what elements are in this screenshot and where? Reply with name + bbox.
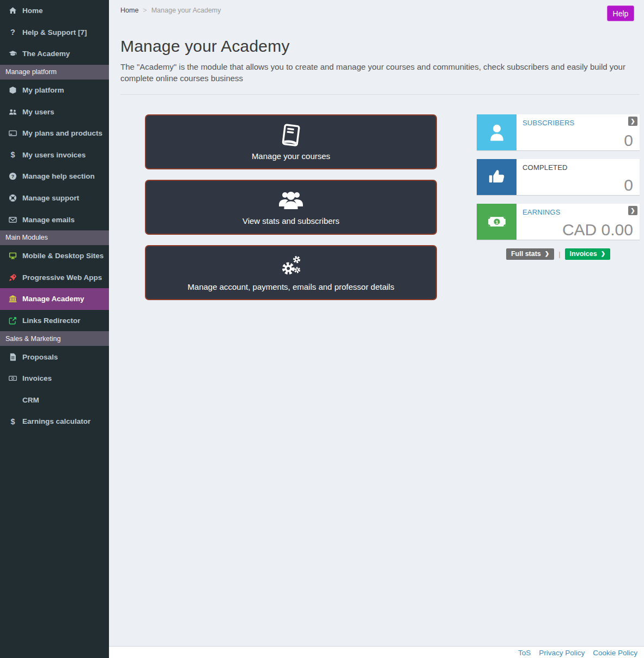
- stat-title: COMPLETED: [523, 163, 568, 172]
- stat-card-subscribers: SUBSCRIBERS0❯: [477, 114, 640, 150]
- footer-link-tos[interactable]: ToS: [518, 649, 531, 657]
- sidebar-item-label: Manage help section: [22, 172, 95, 180]
- action-label: Manage your courses: [252, 151, 330, 161]
- sidebar-item-home[interactable]: Home: [0, 0, 109, 22]
- sidebar-item-crm[interactable]: CRM: [0, 389, 109, 411]
- sidebar-item-label: The Academy: [22, 50, 70, 58]
- breadcrumb-home-link[interactable]: Home: [120, 7, 138, 14]
- graduation-cap-icon: [7, 50, 19, 58]
- sidebar-item-manage-support[interactable]: Manage support: [0, 187, 109, 209]
- action-view-stats-and-subscribers[interactable]: View stats and subscribers: [145, 180, 437, 235]
- stats-panel: SUBSCRIBERS0❯COMPLETED01EARNINGSCAD 0.00…: [477, 114, 640, 310]
- sidebar-item-label: My users: [22, 108, 54, 116]
- credit-card-icon: [7, 129, 19, 137]
- person-icon: [477, 114, 517, 150]
- stat-value: 0: [624, 177, 633, 193]
- sidebar-item-links-redirector[interactable]: Links Redirector: [0, 310, 109, 332]
- sidebar-item-my-users[interactable]: My users: [0, 101, 109, 123]
- thumbs-up-icon: [477, 159, 517, 195]
- stat-title: EARNINGS: [523, 208, 561, 216]
- footer-link-cookie-policy[interactable]: Cookie Policy: [593, 649, 637, 657]
- sidebar-item-label: Mobile & Desktop Sites: [22, 252, 104, 260]
- stat-value: CAD 0.00: [562, 222, 633, 238]
- sidebar-item-label: My platform: [22, 86, 64, 94]
- sidebar-section-main-modules: Main Modules: [0, 230, 109, 245]
- sidebar-item-manage-help-section[interactable]: ?Manage help section: [0, 166, 109, 187]
- sidebar-item-invoices[interactable]: Invoices: [0, 368, 109, 389]
- banknote-icon: 1: [477, 204, 517, 240]
- sidebar-item-earnings-calculator[interactable]: $Earnings calculator: [0, 411, 109, 432]
- sidebar-item-proposals[interactable]: Proposals: [0, 346, 109, 368]
- sidebar-item-my-plans-and-products[interactable]: My plans and products: [0, 123, 109, 144]
- breadcrumb-current: Manage your Academy: [151, 7, 221, 14]
- action-buttons: Manage your coursesView stats and subscr…: [145, 114, 437, 310]
- sidebar-item-label: Invoices: [22, 374, 52, 382]
- chevron-right-icon: ❯: [601, 251, 605, 257]
- sidebar-item-mobile-desktop-sites[interactable]: Mobile & Desktop Sites: [0, 245, 109, 267]
- sidebar-item-help-support-7[interactable]: ?Help & Support [7]: [0, 22, 109, 44]
- sidebar-item-my-platform[interactable]: My platform: [0, 80, 109, 101]
- sidebar-item-the-academy[interactable]: The Academy: [0, 43, 109, 65]
- topbar: Home > Manage your Academy Help: [109, 0, 644, 28]
- book-icon: [278, 123, 303, 148]
- stat-card-body: SUBSCRIBERS0❯: [517, 114, 640, 150]
- sidebar-item-label: My users invoices: [22, 151, 86, 159]
- sidebar-item-label: Home: [22, 7, 43, 15]
- sidebar-section-manage-platform: Manage platform: [0, 65, 109, 80]
- svg-text:?: ?: [11, 174, 14, 179]
- main-content: Home > Manage your Academy Help Manage y…: [109, 0, 644, 658]
- badge-label: Invoices: [570, 250, 597, 258]
- sidebar-item-manage-academy[interactable]: Manage Academy: [0, 288, 109, 310]
- stat-card-body: EARNINGSCAD 0.00❯: [517, 204, 640, 240]
- stat-card-earnings: 1EARNINGSCAD 0.00❯: [477, 204, 640, 240]
- action-label: View stats and subscribers: [242, 216, 339, 226]
- cube-icon: [7, 86, 19, 94]
- dollar-icon: $: [7, 417, 19, 426]
- sidebar-item-label: Help & Support [7]: [22, 28, 87, 36]
- page-title: Manage your Academy: [120, 37, 644, 56]
- sidebar: Home?Help & Support [7]The AcademyManage…: [0, 0, 109, 658]
- sidebar-item-label: Proposals: [22, 353, 58, 361]
- sidebar-item-label: CRM: [22, 396, 39, 404]
- sidebar-item-label: Manage support: [22, 194, 79, 202]
- invoices-button[interactable]: Invoices❯: [565, 248, 610, 260]
- chevron-right-icon[interactable]: ❯: [628, 117, 637, 126]
- money-icon: [7, 374, 19, 382]
- action-label: Manage account, payments, emails and pro…: [187, 282, 394, 291]
- svg-text:1: 1: [495, 218, 499, 224]
- desktop-icon: [7, 252, 19, 260]
- sidebar-item-label: Progressive Web Apps: [22, 273, 102, 282]
- stat-value: 0: [624, 132, 633, 149]
- sidebar-item-progressive-web-apps[interactable]: Progressive Web Apps: [0, 267, 109, 289]
- sidebar-item-label: Manage Academy: [22, 295, 84, 303]
- sidebar-item-manage-emails[interactable]: Manage emails: [0, 209, 109, 230]
- footer: ToSPrivacy PolicyCookie Policy: [109, 646, 644, 658]
- users-icon: [7, 108, 19, 116]
- external-link-icon: [7, 316, 19, 325]
- home-icon: [7, 7, 19, 15]
- sidebar-section-sales-marketing: Sales & Marketing: [0, 331, 109, 346]
- action-manage-your-courses[interactable]: Manage your courses: [145, 114, 437, 169]
- separator: |: [558, 250, 560, 258]
- breadcrumb: Home > Manage your Academy: [120, 7, 221, 14]
- stat-cards: SUBSCRIBERS0❯COMPLETED01EARNINGSCAD 0.00…: [477, 114, 640, 240]
- action-manage-account-payments-emails-and-professor-details[interactable]: Manage account, payments, emails and pro…: [145, 245, 437, 300]
- badge-label: Full stats: [511, 250, 541, 258]
- life-ring-icon: [7, 194, 19, 202]
- rocket-icon: [7, 273, 19, 282]
- help-button[interactable]: Help: [607, 5, 634, 21]
- stat-title: SUBSCRIBERS: [523, 119, 574, 127]
- users-group-icon: [276, 189, 306, 213]
- stat-card-body: COMPLETED0: [517, 159, 640, 195]
- stats-links-row: Full stats❯|Invoices❯: [477, 248, 640, 260]
- sidebar-item-my-users-invoices[interactable]: $My users invoices: [0, 144, 109, 166]
- full-stats-button[interactable]: Full stats❯: [506, 248, 554, 260]
- chevron-right-icon[interactable]: ❯: [628, 206, 637, 215]
- question-circle-icon: ?: [7, 172, 19, 180]
- chevron-right-icon: ❯: [545, 251, 549, 257]
- breadcrumb-separator: >: [143, 7, 147, 14]
- page-description: The "Academy" is the module that allows …: [120, 61, 633, 84]
- footer-link-privacy-policy[interactable]: Privacy Policy: [539, 649, 585, 657]
- sidebar-item-label: Manage emails: [22, 216, 75, 224]
- bank-icon: [7, 295, 19, 303]
